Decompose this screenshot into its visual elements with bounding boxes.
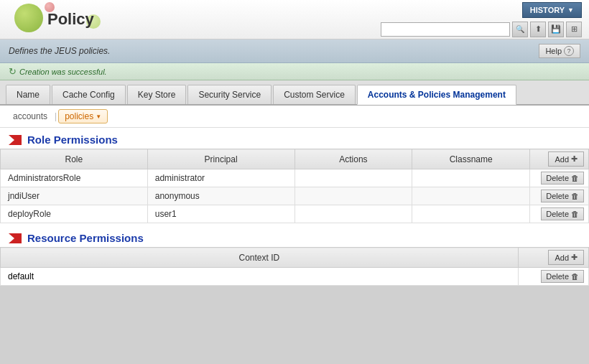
save-button[interactable]: 💾 — [548, 22, 564, 37]
logo-area: Policy — [7, 0, 122, 39]
actions-cell-2 — [294, 205, 412, 223]
delete-cell-2: Delete 🗑 — [530, 205, 589, 223]
delete-label-2: Delete — [546, 210, 569, 218]
dropdown-arrow-icon: ▼ — [96, 113, 101, 120]
resource-permissions-title: Resource Permissions — [27, 232, 144, 244]
sub-navigation: accounts | policies ▼ — [0, 106, 589, 128]
info-description: Defines the JEUS policies. — [9, 46, 110, 56]
delete-cell-0: Delete 🗑 — [530, 169, 589, 187]
resource-permissions-table: Context ID Add ✚ default Delete — [0, 247, 589, 286]
save-icon: 💾 — [551, 24, 561, 34]
role-add-label: Add — [555, 155, 569, 164]
table-row: jndiUser anonymous Delete 🗑 — [1, 187, 589, 205]
resource-add-label: Add — [555, 253, 569, 262]
delete-role-button-1[interactable]: Delete 🗑 — [541, 190, 584, 202]
delete-icon-2: 🗑 — [571, 210, 579, 218]
table-row: default Delete 🗑 — [1, 268, 589, 286]
delete-resource-button-0[interactable]: Delete 🗑 — [541, 270, 584, 283]
resource-permissions-flag-icon — [9, 233, 22, 243]
col-role-add: Add ✚ — [530, 149, 589, 169]
refresh-icon: ↻ — [9, 66, 17, 77]
circle-green-large-decoration — [14, 4, 43, 32]
delete-cell-1: Delete 🗑 — [530, 187, 589, 205]
context-id-cell-0: default — [1, 268, 519, 286]
table-row: deployRole user1 Delete 🗑 — [1, 205, 589, 223]
resource-delete-label-0: Delete — [546, 272, 569, 281]
search-icon: 🔍 — [516, 25, 524, 33]
classname-cell-2 — [412, 205, 530, 223]
role-cell-0: AdministratorsRole — [1, 169, 148, 187]
delete-role-button-0[interactable]: Delete 🗑 — [541, 172, 584, 185]
main-content: Role Permissions Role Principal Actions … — [0, 128, 589, 286]
tab-accounts-policies[interactable]: Accounts & Policies Management — [357, 85, 516, 105]
classname-cell-1 — [412, 187, 530, 205]
actions-cell-0 — [294, 169, 412, 187]
actions-cell-1 — [294, 187, 412, 205]
tabs-container: Name Cache Config Key Store Security Ser… — [0, 80, 589, 106]
principal-cell-2: user1 — [147, 205, 294, 223]
history-button[interactable]: HISTORY ▼ — [522, 2, 582, 18]
table-row: AdministratorsRole administrator Delete … — [1, 169, 589, 187]
page-title: Policy — [47, 10, 94, 29]
tab-name[interactable]: Name — [6, 85, 50, 104]
role-cell-2: deployRole — [1, 205, 148, 223]
search-button[interactable]: 🔍 — [512, 22, 528, 37]
resource-delete-cell-0: Delete 🗑 — [518, 268, 588, 286]
col-classname: Classname — [412, 149, 530, 169]
tab-cache-config[interactable]: Cache Config — [52, 85, 126, 104]
delete-label-0: Delete — [546, 174, 569, 182]
header-right-controls: HISTORY ▼ 🔍 ⬆ 💾 ⊞ — [381, 2, 582, 37]
role-add-icon: ✚ — [571, 154, 578, 164]
role-permissions-flag-icon — [9, 135, 22, 145]
history-arrow-icon: ▼ — [567, 6, 574, 14]
policies-label: policies — [65, 111, 93, 121]
success-message: Creation was successful. — [19, 67, 107, 76]
delete-icon-1: 🗑 — [571, 192, 579, 200]
resource-add-button[interactable]: Add ✚ — [548, 250, 584, 265]
role-permissions-table: Role Principal Actions Classname Add ✚ A… — [0, 149, 589, 223]
role-cell-1: jndiUser — [1, 187, 148, 205]
col-context-id: Context ID — [1, 248, 519, 268]
search-input[interactable] — [381, 22, 510, 37]
classname-cell-0 — [412, 169, 530, 187]
delete-role-button-2[interactable]: Delete 🗑 — [541, 207, 584, 220]
help-button[interactable]: Help ? — [539, 44, 580, 58]
grid-button[interactable]: ⊞ — [566, 22, 582, 37]
col-actions: Actions — [294, 149, 412, 169]
sub-nav-divider: | — [53, 111, 58, 121]
history-label: HISTORY — [530, 6, 565, 14]
col-role: Role — [1, 149, 148, 169]
col-principal: Principal — [147, 149, 294, 169]
role-add-button[interactable]: Add ✚ — [548, 151, 584, 167]
delete-label-1: Delete — [546, 192, 569, 200]
help-icon: ? — [564, 46, 574, 56]
tab-custom-service[interactable]: Custom Service — [273, 85, 356, 104]
resource-add-icon: ✚ — [571, 253, 578, 262]
upload-button[interactable]: ⬆ — [530, 22, 546, 37]
delete-icon-0: 🗑 — [571, 174, 579, 182]
resource-permissions-section: Resource Permissions Context ID Add ✚ de… — [0, 226, 589, 286]
col-resource-add: Add ✚ — [518, 248, 588, 268]
role-permissions-section: Role Permissions Role Principal Actions … — [0, 128, 589, 223]
sub-nav-accounts[interactable]: accounts — [7, 109, 53, 123]
role-permissions-title: Role Permissions — [27, 134, 118, 146]
tab-security-service[interactable]: Security Service — [187, 85, 272, 104]
upload-icon: ⬆ — [535, 24, 542, 34]
grid-icon: ⊞ — [571, 24, 578, 34]
principal-cell-0: administrator — [147, 169, 294, 187]
resource-delete-icon-0: 🗑 — [571, 272, 579, 281]
info-section: Defines the JEUS policies. Help ? ↻ Crea… — [0, 39, 589, 80]
principal-cell-1: anonymous — [147, 187, 294, 205]
success-message-container: ↻ Creation was successful. — [9, 66, 580, 77]
tab-key-store[interactable]: Key Store — [127, 85, 187, 104]
help-label: Help — [545, 47, 562, 55]
sub-nav-policies-dropdown[interactable]: policies ▼ — [58, 109, 108, 123]
